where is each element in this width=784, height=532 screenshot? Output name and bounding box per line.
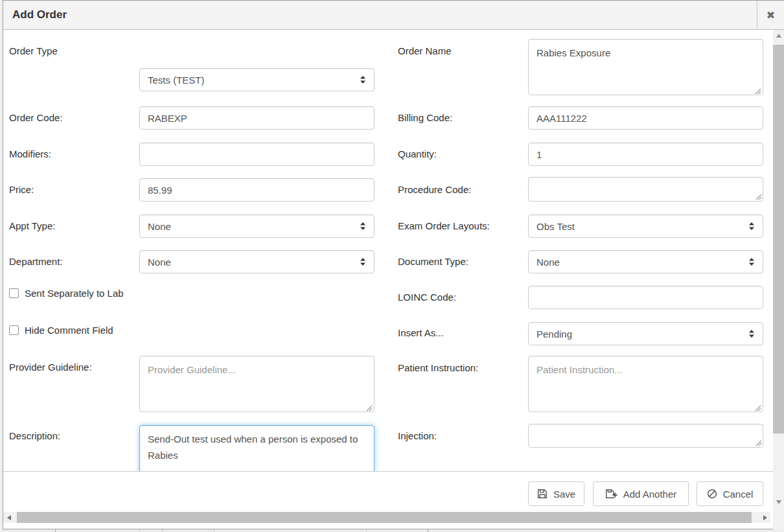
department-select[interactable]: None: [139, 250, 375, 273]
order-type-select[interactable]: Tests (TEST): [139, 68, 375, 91]
quantity-label: Quantity:: [398, 148, 437, 159]
dialog-title: Add Order: [3, 8, 67, 21]
resize-handle-icon[interactable]: [755, 194, 762, 200]
hide-comment-checkbox[interactable]: [9, 325, 19, 335]
appt-type-value: None: [148, 221, 171, 232]
insert-as-select[interactable]: Pending: [528, 322, 763, 345]
billing-code-label: Billing Code:: [398, 112, 452, 123]
scroll-down-button[interactable]: [773, 496, 784, 507]
add-another-button-label: Add Another: [623, 489, 677, 500]
horizontal-scrollbar[interactable]: [3, 512, 770, 523]
hide-comment-label: Hide Comment Field: [25, 325, 113, 336]
sent-separately-label: Sent Separately to Lab: [25, 288, 124, 299]
exam-order-layouts-select[interactable]: Obs Test: [528, 214, 763, 238]
price-input[interactable]: [139, 178, 375, 202]
chevron-updown-icon: [360, 257, 366, 266]
department-label: Department:: [9, 256, 63, 267]
resize-handle-icon[interactable]: [366, 405, 373, 411]
order-type-label: Order Type: [9, 45, 58, 56]
description-label: Description:: [9, 430, 60, 441]
hide-comment-row: Hide Comment Field: [9, 325, 113, 336]
triangle-right-icon: [763, 515, 767, 520]
appt-type-select[interactable]: None: [139, 214, 375, 238]
triangle-down-icon: [776, 500, 781, 504]
billing-code-input[interactable]: [528, 106, 763, 130]
appt-type-label: Appt Type:: [9, 220, 55, 231]
chevron-updown-icon: [360, 222, 366, 231]
patient-instruction-label: Patient Instruction:: [398, 362, 478, 373]
modifiers-input[interactable]: [139, 143, 375, 166]
scroll-up-button[interactable]: [773, 30, 784, 41]
cancel-button[interactable]: Cancel: [697, 481, 763, 506]
save-icon: [537, 489, 548, 499]
vertical-scrollbar[interactable]: [773, 30, 784, 513]
provider-guideline-textarea[interactable]: [139, 356, 375, 412]
cancel-button-label: Cancel: [723, 489, 754, 500]
sent-separately-checkbox[interactable]: [9, 288, 19, 298]
procedure-code-textarea[interactable]: [528, 177, 763, 202]
price-label: Price:: [9, 184, 34, 195]
add-another-icon: [605, 489, 617, 499]
dialog-header: Add Order ✖: [3, 1, 784, 30]
scrollbar-corner: [773, 513, 784, 529]
patient-instruction-textarea[interactable]: [528, 356, 763, 412]
document-type-label: Document Type:: [398, 256, 468, 267]
procedure-code-label: Procedure Code:: [398, 184, 471, 195]
resize-handle-icon[interactable]: [755, 88, 761, 95]
save-button[interactable]: Save: [528, 481, 584, 506]
order-name-textarea[interactable]: Rabies Exposure: [528, 39, 763, 95]
document-type-select[interactable]: None: [528, 250, 763, 273]
order-name-label: Order Name: [398, 45, 452, 56]
add-another-button[interactable]: Add Another: [593, 481, 689, 506]
add-order-dialog: Add Order ✖ Order Type Tests (TEST) Orde…: [3, 0, 784, 529]
quantity-input[interactable]: [528, 143, 763, 166]
department-value: None: [148, 257, 171, 268]
close-icon: ✖: [767, 9, 775, 21]
scroll-left-button[interactable]: [3, 512, 14, 523]
injection-label: Injection:: [398, 430, 437, 441]
chevron-updown-icon: [748, 257, 755, 266]
dialog-body: Order Type Tests (TEST) Order Name Rabie…: [3, 30, 773, 471]
chevron-updown-icon: [748, 222, 755, 231]
insert-as-value: Pending: [536, 329, 572, 340]
triangle-up-icon: [776, 34, 781, 38]
cancel-icon: [707, 489, 717, 499]
insert-as-label: Insert As...: [398, 327, 444, 338]
order-type-value: Tests (TEST): [148, 75, 205, 86]
scroll-right-button[interactable]: [759, 512, 770, 523]
loinc-code-input[interactable]: [528, 286, 763, 309]
injection-textarea[interactable]: [528, 424, 763, 448]
resize-handle-icon[interactable]: [755, 440, 762, 446]
vertical-scrollbar-thumb[interactable]: [773, 45, 784, 434]
save-button-label: Save: [553, 489, 575, 500]
document-type-value: None: [536, 257, 560, 268]
close-button[interactable]: ✖: [757, 1, 784, 29]
triangle-left-icon: [7, 515, 11, 520]
provider-guideline-label: Provider Guideline:: [9, 362, 92, 373]
chevron-updown-icon: [360, 75, 366, 84]
chevron-updown-icon: [748, 329, 755, 338]
sent-separately-row: Sent Separately to Lab: [9, 288, 124, 299]
description-textarea[interactable]: Send-Out test used when a person is expo…: [139, 425, 375, 471]
modifiers-label: Modifiers:: [9, 148, 51, 159]
order-code-label: Order Code:: [9, 112, 63, 123]
resize-handle-icon[interactable]: [755, 405, 761, 411]
order-code-input[interactable]: [139, 106, 375, 130]
exam-order-layouts-label: Exam Order Layouts:: [398, 220, 490, 231]
dialog-footer: Save Add Another: [3, 471, 773, 512]
loinc-code-label: LOINC Code:: [398, 292, 456, 303]
horizontal-scrollbar-thumb[interactable]: [17, 512, 752, 523]
screen: Add Order ✖ Order Type Tests (TEST) Orde…: [0, 0, 784, 532]
exam-order-layouts-value: Obs Test: [536, 221, 575, 232]
